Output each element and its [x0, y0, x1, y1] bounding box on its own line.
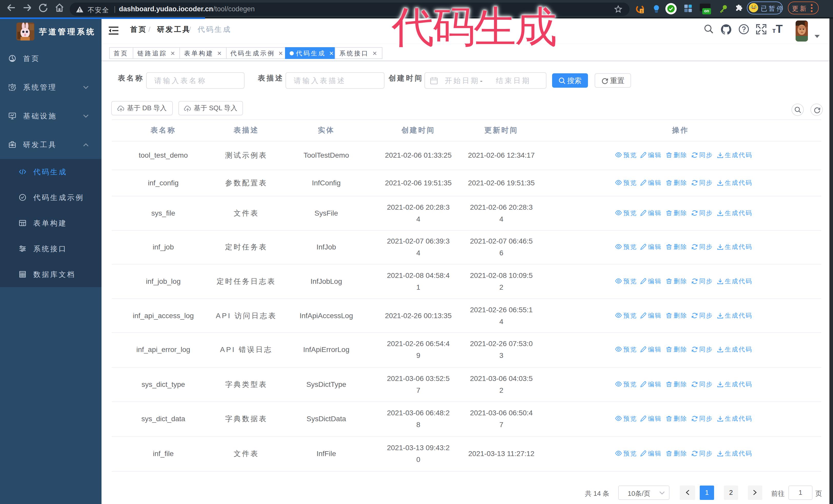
- svg-text:1: 1: [641, 9, 643, 13]
